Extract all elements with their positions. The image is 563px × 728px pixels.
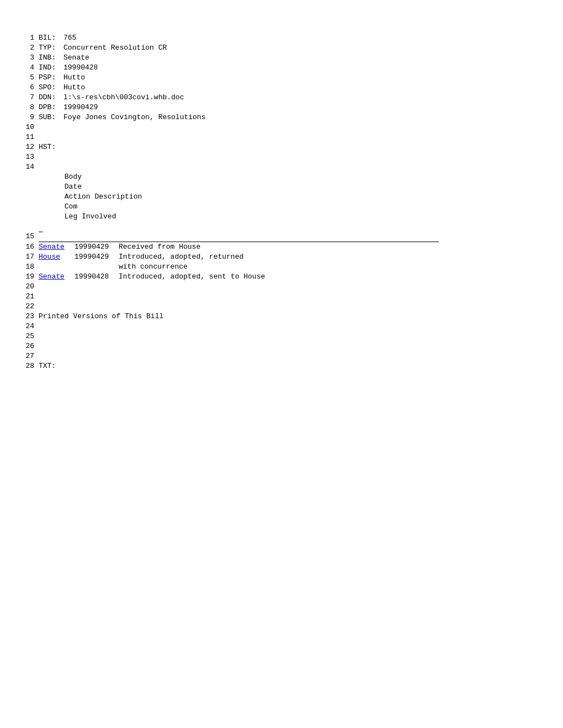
col-leg-17 bbox=[373, 252, 439, 262]
line-number: 23 bbox=[22, 312, 39, 322]
line-20: 20 bbox=[22, 282, 541, 292]
line-8: 8 DPB:19990429 bbox=[22, 103, 541, 113]
line-content bbox=[39, 132, 541, 142]
line-13: 13 bbox=[22, 152, 541, 162]
typ-label: TYP: bbox=[39, 43, 63, 53]
col-body-header: Body bbox=[65, 173, 82, 181]
line-1: 1 BIL:765 bbox=[22, 33, 541, 43]
line-number: 26 bbox=[22, 341, 39, 351]
line-22: 22 bbox=[22, 302, 541, 312]
psp-label: PSP: bbox=[39, 73, 63, 83]
line-content: HST: bbox=[39, 142, 541, 152]
ddn-label: DDN: bbox=[39, 93, 63, 103]
line-content: SPO:Hutto bbox=[39, 83, 541, 93]
col-com-header: Com bbox=[65, 202, 77, 211]
line-19: 19 Senate 19990428 Introduced, adopted, … bbox=[22, 272, 541, 282]
line-content: TXT: bbox=[39, 361, 541, 371]
line-4: 4 IND:19990428 bbox=[22, 63, 541, 73]
underline-action bbox=[119, 232, 334, 242]
table-underline-row bbox=[39, 232, 541, 242]
spo-value: Hutto bbox=[63, 83, 85, 92]
line-27: 27 bbox=[22, 351, 541, 361]
line-17: 17 House 19990429 Introduced, adopted, r… bbox=[22, 252, 541, 262]
line-content: BIL:765 bbox=[39, 33, 541, 43]
line-7: 7 DDN:l:\s-res\cbh\003covi.whb.doc bbox=[22, 93, 541, 103]
line-5: 5 PSP:Hutto bbox=[22, 73, 541, 83]
table-data-row-17: House 19990429 Introduced, adopted, retu… bbox=[39, 252, 541, 262]
col-leg-16 bbox=[373, 242, 439, 252]
col-body-senate: Senate bbox=[39, 242, 75, 252]
ind-label: IND: bbox=[39, 63, 63, 73]
line-25: 25 bbox=[22, 331, 541, 341]
line-number: 19 bbox=[22, 272, 39, 282]
line-number: 22 bbox=[22, 302, 39, 312]
line-number: 27 bbox=[22, 351, 39, 361]
spo-label: SPO: bbox=[39, 83, 63, 93]
line-number: 20 bbox=[22, 282, 39, 292]
line-number: 7 bbox=[22, 93, 39, 103]
col-body-senate-19: Senate bbox=[39, 272, 75, 282]
line-content: TYP:Concurrent Resolution CR bbox=[39, 43, 541, 53]
line-23: 23 Printed Versions of This Bill bbox=[22, 312, 541, 322]
line-24: 24 bbox=[22, 322, 541, 331]
main-content: 1 BIL:765 2 TYP:Concurrent Resolution CR… bbox=[22, 33, 541, 371]
line-content: DPB:19990429 bbox=[39, 103, 541, 113]
inb-label: INB: bbox=[39, 53, 63, 63]
ddn-value: l:\s-res\cbh\003covi.whb.doc bbox=[63, 93, 184, 101]
underline-date bbox=[75, 232, 119, 242]
col-date-16: 19990429 bbox=[75, 242, 119, 252]
line-content: DDN:l:\s-res\cbh\003covi.whb.doc bbox=[39, 93, 541, 103]
spacer-18 bbox=[39, 262, 119, 272]
line-number: 28 bbox=[22, 361, 39, 371]
line-number: 18 bbox=[22, 262, 39, 272]
col-action-header: Action Description bbox=[65, 192, 142, 201]
line-content: SUB:Foye Jones Covington, Resolutions bbox=[39, 113, 541, 122]
house-link-17[interactable]: House bbox=[39, 253, 60, 261]
ind-value: 19990428 bbox=[63, 63, 98, 72]
line-21: 21 bbox=[22, 292, 541, 302]
table-header-row: Body Date Action Description Com Leg Inv… bbox=[39, 162, 541, 232]
line-15: 15 bbox=[22, 232, 541, 242]
line-number: 4 bbox=[22, 63, 39, 73]
col-leg-header: Leg Involved bbox=[65, 212, 116, 221]
typ-value: Concurrent Resolution CR bbox=[63, 44, 167, 52]
line-content: INB:Senate bbox=[39, 53, 541, 63]
line-number: 25 bbox=[22, 331, 39, 341]
line-number: 5 bbox=[22, 73, 39, 83]
col-date-17: 19990429 bbox=[75, 252, 119, 262]
inb-value: Senate bbox=[63, 53, 89, 62]
line-number: 14 bbox=[22, 162, 39, 232]
line-number: 8 bbox=[22, 103, 39, 113]
line-number: 10 bbox=[22, 122, 39, 132]
bil-label: BIL: bbox=[39, 33, 63, 43]
line-10: 10 bbox=[22, 122, 541, 132]
col-action-17: Introduced, adopted, returned bbox=[119, 252, 334, 262]
line-number: 12 bbox=[22, 142, 39, 152]
col-date-header: Date bbox=[65, 183, 82, 191]
line-number: 13 bbox=[22, 152, 39, 162]
senate-link-16[interactable]: Senate bbox=[39, 243, 65, 251]
line-11: 11 bbox=[22, 132, 541, 142]
underline-leg bbox=[373, 232, 439, 242]
line-content: IND:19990428 bbox=[39, 63, 541, 73]
line-18: 18 with concurrence bbox=[22, 262, 541, 272]
line-12: 12 HST: bbox=[22, 142, 541, 152]
col-leg-19 bbox=[373, 272, 439, 282]
line-2: 2 TYP:Concurrent Resolution CR bbox=[22, 43, 541, 53]
sub-value: Foye Jones Covington, Resolutions bbox=[63, 113, 205, 121]
col-action-19: Introduced, adopted, sent to House bbox=[119, 272, 334, 282]
sub-label: SUB: bbox=[39, 113, 63, 122]
line-number: 11 bbox=[22, 132, 39, 142]
table-data-row-19: Senate 19990428 Introduced, adopted, sen… bbox=[39, 272, 541, 282]
line-28: 28 TXT: bbox=[22, 361, 541, 371]
senate-link-19[interactable]: Senate bbox=[39, 272, 65, 281]
line-content bbox=[39, 152, 541, 162]
psp-value: Hutto bbox=[63, 73, 85, 82]
table-continuation-18: with concurrence bbox=[39, 262, 541, 272]
continuation-text-18: with concurrence bbox=[119, 262, 188, 272]
col-body-house: House bbox=[39, 252, 75, 262]
line-14: 14 Body Date Action Description Com Leg … bbox=[22, 162, 541, 232]
line-number: 16 bbox=[22, 242, 39, 252]
hst-label: HST: bbox=[39, 142, 63, 152]
line-number: 1 bbox=[22, 33, 39, 43]
